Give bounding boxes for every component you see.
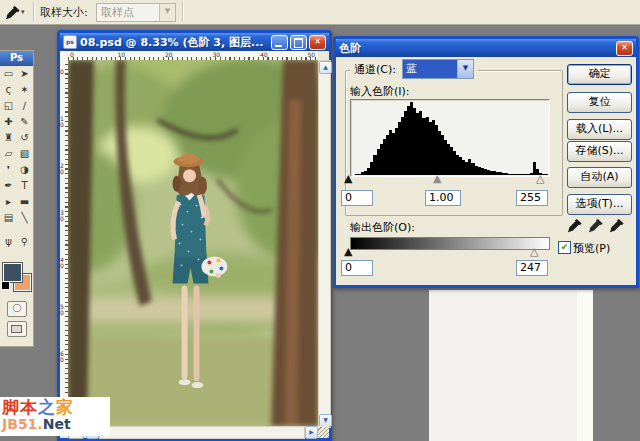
tool-palette: Ps ▭➤ς✶◱∕✚✎♜↺▱▧❜◑✒T▸▬▤╲ψ⚲ ◯ bbox=[0, 50, 34, 347]
ruler-number: 40 bbox=[60, 257, 65, 269]
document-window: ps 08.psd @ 8.33% (色阶 3, 图层... ✕ 0102030… bbox=[57, 30, 332, 441]
ruler-number: 30 bbox=[213, 51, 221, 58]
preview-label: 预览(P) bbox=[573, 241, 610, 256]
photo-illustration bbox=[68, 60, 318, 426]
healing-brush-tool[interactable]: ✚ bbox=[1, 114, 17, 130]
input-midtone-slider[interactable]: ▲ bbox=[433, 174, 441, 184]
preview-checkbox[interactable]: ✔ bbox=[558, 241, 571, 254]
rectangular-marquee-tool[interactable]: ▭ bbox=[1, 66, 17, 82]
type-tool[interactable]: T bbox=[17, 178, 33, 194]
output-shadow-slider[interactable]: ▲ bbox=[344, 247, 352, 257]
hand-tool[interactable]: ψ bbox=[1, 234, 17, 250]
ruler-number: 60 bbox=[60, 351, 65, 363]
levels-close-button[interactable]: ✕ bbox=[616, 41, 633, 56]
quick-mask-button[interactable]: ◯ bbox=[7, 301, 27, 317]
ruler-number: 50 bbox=[308, 51, 316, 58]
output-highlight-field[interactable]: 247 bbox=[516, 260, 548, 276]
channel-dropdown[interactable]: 蓝 ▼ bbox=[402, 59, 474, 79]
move-tool[interactable]: ➤ bbox=[17, 66, 33, 82]
levels-dialog: 色阶 ✕ 通道(C): 蓝 ▼ 输入色阶(I): ▲ ▲ △ 0 1.00 25… bbox=[333, 36, 639, 288]
output-highlight-slider[interactable]: △ bbox=[530, 247, 538, 257]
watermark-line2: JB51.Net bbox=[2, 417, 108, 432]
scroll-up-button[interactable]: ▲ bbox=[319, 61, 332, 74]
eyedropper-tool[interactable]: ╲ bbox=[17, 210, 33, 226]
maximize-button[interactable] bbox=[290, 35, 307, 50]
white-point-eyedropper[interactable] bbox=[610, 217, 625, 233]
separator bbox=[182, 2, 184, 21]
history-brush-tool[interactable]: ↺ bbox=[17, 130, 33, 146]
foreground-color-swatch[interactable] bbox=[3, 263, 22, 282]
brush-tool[interactable]: ✎ bbox=[17, 114, 33, 130]
blur-tool[interactable]: ❜ bbox=[1, 162, 17, 178]
separator bbox=[33, 2, 35, 21]
document-title: 08.psd @ 8.33% (色阶 3, 图层... bbox=[80, 35, 269, 50]
histogram bbox=[350, 99, 550, 177]
pen-tool[interactable]: ✒ bbox=[1, 178, 17, 194]
screen-mode-button[interactable] bbox=[7, 321, 27, 337]
toolbar-tools: ▭➤ς✶◱∕✚✎♜↺▱▧❜◑✒T▸▬▤╲ψ⚲ bbox=[0, 66, 33, 250]
dropdown-arrow-icon: ▼ bbox=[159, 4, 175, 21]
vertical-scrollbar[interactable]: ▲ ▼ bbox=[318, 60, 331, 428]
psd-file-icon: ps bbox=[63, 35, 77, 49]
input-gamma-field[interactable]: 1.00 bbox=[425, 190, 461, 206]
output-shadow-field[interactable]: 0 bbox=[341, 260, 373, 276]
slice-tool[interactable]: ∕ bbox=[17, 98, 33, 114]
load-button[interactable]: 载入(L)... bbox=[567, 119, 632, 140]
background-panel bbox=[429, 290, 593, 441]
sample-size-label: 取样大小: bbox=[40, 5, 88, 20]
save-button[interactable]: 存储(S)... bbox=[567, 141, 632, 162]
input-shadow-slider[interactable]: ▲ bbox=[344, 174, 352, 184]
default-colors-icon[interactable] bbox=[1, 281, 10, 290]
reset-button[interactable]: 复位 bbox=[567, 92, 632, 113]
auto-button[interactable]: 自动(A) bbox=[567, 167, 632, 188]
crop-tool[interactable]: ◱ bbox=[1, 98, 17, 114]
ok-button[interactable]: 确定 bbox=[567, 64, 632, 85]
magic-wand-tool[interactable]: ✶ bbox=[17, 82, 33, 98]
eyedropper-tool-preset[interactable]: ▾ bbox=[6, 3, 32, 21]
ruler-number: 20 bbox=[165, 51, 173, 58]
gradient-tool[interactable]: ▧ bbox=[17, 146, 33, 162]
horizontal-scrollbar[interactable] bbox=[99, 426, 305, 439]
zoom-tool[interactable]: ⚲ bbox=[17, 234, 33, 250]
black-point-eyedropper[interactable] bbox=[568, 217, 583, 233]
shape-tool[interactable]: ▬ bbox=[17, 194, 33, 210]
watermark-text: Net bbox=[43, 416, 71, 432]
input-highlight-slider[interactable]: △ bbox=[536, 174, 544, 184]
dodge-tool[interactable]: ◑ bbox=[17, 162, 33, 178]
options-button[interactable]: 选项(T)... bbox=[567, 194, 632, 215]
watermark-text: 之 bbox=[38, 397, 56, 417]
levels-dialog-titlebar[interactable]: 色阶 ✕ bbox=[336, 39, 636, 57]
options-bar: ▾ 取样大小: 取样点 ▼ bbox=[0, 0, 640, 25]
ruler-number: 0 bbox=[60, 69, 65, 75]
clone-stamp-tool[interactable]: ♜ bbox=[1, 130, 17, 146]
ruler-number: 10 bbox=[118, 51, 126, 58]
ruler-number: 50 bbox=[60, 304, 65, 316]
photo-canvas[interactable] bbox=[68, 60, 318, 426]
watermark-text: 家 bbox=[56, 397, 74, 417]
ruler-number: 0 bbox=[70, 51, 74, 58]
eyedropper-icon bbox=[6, 4, 21, 20]
channel-label: 通道(C): bbox=[354, 62, 396, 77]
window-resize-grip[interactable] bbox=[318, 427, 329, 438]
ps-logo[interactable]: Ps bbox=[0, 51, 33, 66]
sample-size-dropdown[interactable]: 取样点 ▼ bbox=[96, 3, 176, 22]
document-titlebar[interactable]: ps 08.psd @ 8.33% (色阶 3, 图层... ✕ bbox=[60, 33, 329, 51]
input-shadow-field[interactable]: 0 bbox=[341, 190, 373, 206]
eraser-tool[interactable]: ▱ bbox=[1, 146, 17, 162]
channel-selected-value: 蓝 bbox=[403, 60, 457, 78]
ruler-number: 30 bbox=[60, 210, 65, 222]
path-selection-tool[interactable]: ▸ bbox=[1, 194, 17, 210]
gray-point-eyedropper[interactable] bbox=[589, 217, 604, 233]
color-swatches bbox=[3, 263, 31, 293]
photoshop-window: ▾ 取样大小: 取样点 ▼ Ps ▭➤ς✶◱∕✚✎♜↺▱▧❜◑✒T▸▬▤╲ψ⚲ … bbox=[0, 0, 640, 441]
minimize-button[interactable] bbox=[271, 35, 288, 50]
input-highlight-field[interactable]: 255 bbox=[516, 190, 548, 206]
dropdown-arrow-icon: ▼ bbox=[457, 60, 473, 78]
histogram-bar bbox=[545, 174, 548, 175]
close-button[interactable]: ✕ bbox=[309, 35, 326, 50]
scroll-right-button[interactable]: ▶ bbox=[305, 426, 318, 439]
notes-tool[interactable]: ▤ bbox=[1, 210, 17, 226]
lasso-tool[interactable]: ς bbox=[1, 82, 17, 98]
levels-dialog-title: 色阶 bbox=[339, 41, 614, 56]
histogram-bars bbox=[352, 102, 548, 175]
